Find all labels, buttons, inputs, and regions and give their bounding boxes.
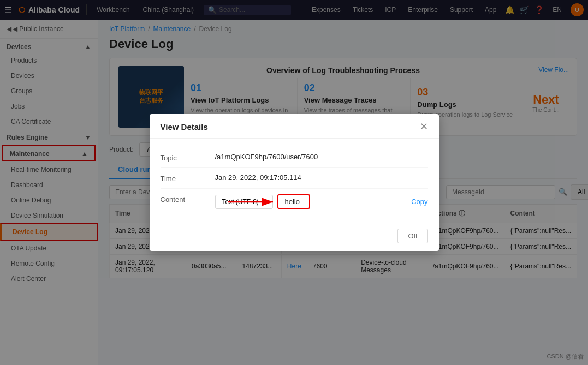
modal-overlay: View Details ✕ Topic /a1mQpKOF9hp/7600/u…	[0, 0, 588, 365]
time-value: Jan 29, 2022, 09:17:05.114	[215, 173, 428, 182]
modal-footer: Off	[150, 223, 439, 251]
time-label: Time	[161, 173, 204, 183]
copy-link[interactable]: Copy	[411, 198, 427, 206]
content-value: hello	[277, 194, 310, 209]
modal-close-button[interactable]: ✕	[420, 122, 428, 131]
arrow-annotation	[228, 194, 277, 210]
modal-content-row: Content Text (UTF-8)	[161, 189, 428, 214]
topic-label: Topic	[161, 153, 204, 162]
content-inner-row: Text (UTF-8) hello	[215, 194, 428, 209]
modal-time-row: Time Jan 29, 2022, 09:17:05.114	[161, 168, 428, 189]
modal-title: View Details	[161, 122, 208, 131]
modal-body: Topic /a1mQpKOF9hp/7600/user/7600 Time J…	[150, 139, 439, 223]
view-details-modal: View Details ✕ Topic /a1mQpKOF9hp/7600/u…	[150, 114, 439, 251]
modal-topic-row: Topic /a1mQpKOF9hp/7600/user/7600	[161, 147, 428, 168]
modal-header: View Details ✕	[150, 114, 439, 139]
content-label: Content	[161, 194, 204, 204]
off-button[interactable]: Off	[397, 229, 427, 243]
topic-value: /a1mQpKOF9hp/7600/user/7600	[215, 153, 428, 161]
